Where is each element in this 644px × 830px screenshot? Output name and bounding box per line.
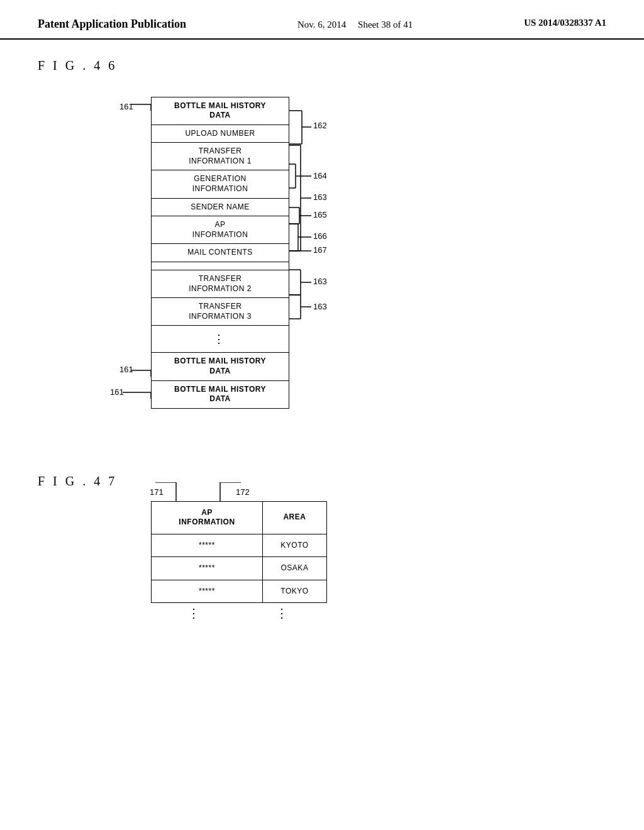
- fig47-diagram: 171 172 APINFORMATION AREA ***** KYOTO *…: [75, 501, 606, 621]
- cell-area-2: OSAKA: [262, 557, 326, 580]
- main-content: F I G . 4 6 161: [0, 40, 644, 640]
- fig46-diagram: 161: [75, 84, 606, 436]
- ref-161b: 161: [119, 365, 133, 374]
- page-header: Patent Application Publication Nov. 6, 2…: [0, 0, 644, 40]
- header-sheet-info: Nov. 6, 2014 Sheet 38 of 41: [297, 18, 413, 32]
- patent-number: US 2014/0328337 A1: [524, 18, 606, 28]
- ref-167: 167: [313, 245, 327, 255]
- row-transfer-info-2: TRANSFERINFORMATION 2: [152, 270, 289, 298]
- ref-163a: 163: [313, 192, 327, 202]
- table-header-row: APINFORMATION AREA: [152, 501, 327, 534]
- publication-title: Patent Application Publication: [38, 18, 186, 31]
- cell-area-1: KYOTO: [262, 534, 326, 557]
- cell-ap-1: *****: [152, 534, 263, 557]
- ref-163c: 163: [313, 302, 327, 311]
- header-date: Nov. 6, 2014: [297, 19, 346, 30]
- row-bottle-mail-history-2: BOTTLE MAIL HISTORYDATA: [152, 353, 289, 380]
- row-generation-info: GENERATIONINFORMATION: [152, 170, 289, 198]
- col2-header: AREA: [262, 501, 326, 534]
- row-bottle-mail-history-1: BOTTLE MAIL HISTORYDATA: [152, 97, 289, 125]
- col1-header: APINFORMATION: [152, 501, 263, 534]
- row-ellipsis: ⋮: [152, 326, 289, 353]
- ellipsis-col1: ⋮: [151, 606, 239, 621]
- row-spacer: [152, 262, 289, 270]
- fig47-ellipsis-row: ⋮ ⋮: [151, 606, 327, 621]
- cell-ap-2: *****: [152, 557, 263, 580]
- ref-162: 162: [313, 121, 327, 130]
- ref-166: 166: [313, 231, 327, 241]
- fig46-label: F I G . 4 6: [38, 58, 606, 73]
- ref-163b: 163: [313, 277, 327, 286]
- row-sender-name: SENDER NAME: [152, 199, 289, 217]
- ellipsis-col2: ⋮: [239, 606, 327, 621]
- cell-area-3: TOKYO: [262, 580, 326, 603]
- cell-ap-3: *****: [152, 580, 263, 603]
- row-ap-info: APINFORMATION: [152, 216, 289, 244]
- ref-161c: 161: [110, 387, 124, 397]
- row-upload-number: UPLOAD NUMBER: [152, 125, 289, 143]
- table-row-3: ***** TOKYO: [152, 580, 327, 603]
- ref-164: 164: [313, 171, 327, 180]
- row-transfer-info-1: TRANSFERINFORMATION 1: [152, 143, 289, 170]
- fig47-table: APINFORMATION AREA ***** KYOTO ***** OSA…: [151, 501, 327, 604]
- header-sheet: Sheet 38 of 41: [358, 19, 413, 30]
- row-transfer-info-3: TRANSFERINFORMATION 3: [152, 298, 289, 326]
- ref-165: 165: [313, 210, 327, 219]
- row-mail-contents: MAIL CONTENTS: [152, 244, 289, 262]
- row-bottle-mail-history-3: BOTTLE MAIL HISTORYDATA: [152, 381, 289, 408]
- table-row-1: ***** KYOTO: [152, 534, 327, 557]
- table-row-2: ***** OSAKA: [152, 557, 327, 580]
- fig46-data-structure: BOTTLE MAIL HISTORYDATA UPLOAD NUMBER TR…: [151, 97, 289, 409]
